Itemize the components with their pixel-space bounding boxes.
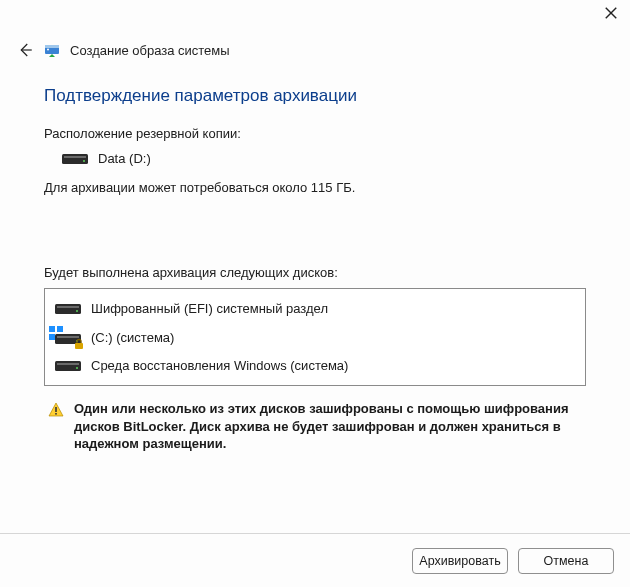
- backup-drive-name: Data (D:): [98, 151, 151, 166]
- disk-listbox: Шифрованный (EFI) системный раздел: [44, 288, 586, 386]
- svg-point-5: [47, 49, 49, 51]
- disk-label: Шифрованный (EFI) системный раздел: [91, 301, 328, 316]
- hdd-icon: [55, 359, 81, 373]
- svg-point-8: [83, 160, 85, 162]
- svg-point-22: [76, 367, 78, 369]
- warning-icon: [48, 402, 64, 418]
- content-area: Подтверждение параметров архивации Распо…: [0, 64, 630, 453]
- disk-list-label: Будет выполнена архивация следующих диск…: [44, 265, 586, 280]
- backup-drive-row: Data (D:): [44, 151, 586, 166]
- list-item: Среда восстановления Windows (система): [45, 352, 585, 379]
- svg-rect-6: [62, 154, 88, 164]
- window-title: Создание образа системы: [70, 43, 230, 58]
- backup-location-label: Расположение резервной копии:: [44, 126, 586, 141]
- svg-rect-20: [55, 361, 81, 371]
- titlebar: [0, 0, 630, 36]
- hdd-icon: [62, 152, 88, 166]
- back-icon[interactable]: [16, 41, 34, 59]
- disk-label: Среда восстановления Windows (система): [91, 358, 348, 373]
- header: Создание образа системы: [0, 36, 630, 64]
- svg-rect-24: [55, 413, 57, 415]
- list-item: Шифрованный (EFI) системный раздел: [45, 295, 585, 322]
- app-icon: [44, 42, 60, 58]
- cancel-button[interactable]: Отмена: [518, 548, 614, 574]
- svg-rect-21: [57, 363, 79, 365]
- svg-rect-7: [64, 156, 86, 158]
- hdd-icon: [55, 302, 81, 316]
- size-note: Для архивации может потребоваться около …: [44, 180, 586, 195]
- archive-button[interactable]: Архивировать: [412, 548, 508, 574]
- warning-row: Один или несколько из этих дисков зашифр…: [44, 400, 586, 453]
- close-icon[interactable]: [604, 6, 618, 20]
- svg-rect-4: [45, 45, 59, 48]
- svg-point-11: [76, 310, 78, 312]
- page-heading: Подтверждение параметров архивации: [44, 86, 586, 106]
- list-item: (C:) (система): [45, 322, 585, 352]
- disk-label: (C:) (система): [91, 330, 174, 345]
- svg-rect-9: [55, 304, 81, 314]
- warning-text: Один или несколько из этих дисков зашифр…: [74, 400, 582, 453]
- svg-rect-19: [75, 343, 83, 349]
- lock-icon: [73, 338, 85, 350]
- svg-rect-10: [57, 306, 79, 308]
- svg-rect-23: [55, 407, 57, 412]
- footer: Архивировать Отмена: [0, 533, 630, 587]
